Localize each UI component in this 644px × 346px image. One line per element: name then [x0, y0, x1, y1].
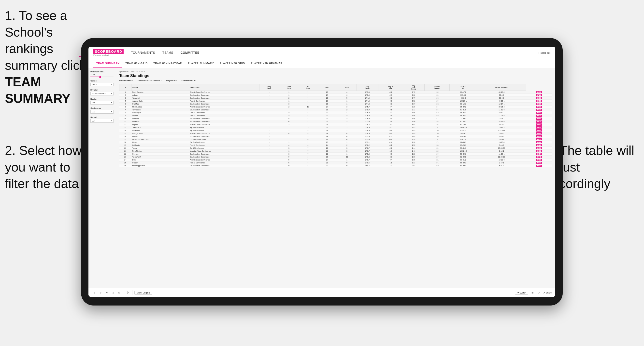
logo-scoreboard: SCOREBOARD: [93, 49, 124, 54]
cell-avg-par: 1.21: [403, 162, 424, 165]
cell-conference: Southeastern Conference: [189, 135, 259, 138]
cell-rank: 5: [120, 103, 132, 106]
cell-reg-rank: -: [259, 132, 279, 135]
toolbar-share-2[interactable]: ⎘: [117, 291, 121, 295]
tab-team-h2h-grid[interactable]: TEAM H2H GRID: [122, 59, 150, 68]
conference-select[interactable]: (All) ▾: [90, 110, 114, 114]
toolbar-home[interactable]: ⌂: [111, 291, 115, 295]
toolbar-refresh[interactable]: ↺: [105, 291, 109, 295]
cell-vs25: 11-19-0: [477, 108, 526, 111]
cell-conference: Southeastern Conference: [189, 108, 259, 111]
cell-rnds: 27: [317, 126, 337, 129]
cell-school: Vanderbilt: [131, 97, 189, 100]
cell-vs25: 33-25-2: [477, 106, 526, 108]
toolbar-view-original[interactable]: View: Original: [134, 291, 152, 295]
cell-wins: 3: [337, 120, 356, 123]
cell-rank: 12: [120, 123, 132, 126]
cell-rnds: 22: [317, 138, 337, 141]
table-row: 9 Arizona Pac-12 Conference - 3 8 23 2 2…: [120, 114, 552, 117]
cell-conference: Atlantic Coast Conference: [189, 123, 259, 126]
cell-school: Tennessee: [131, 108, 189, 111]
cell-conference: Southern Conference: [189, 138, 259, 141]
school-select[interactable]: (All) ▾: [90, 119, 114, 123]
cell-rnds: 24: [317, 135, 337, 138]
nav-tournaments[interactable]: TOURNAMENTS: [131, 50, 155, 56]
tab-team-h2h-heatmap[interactable]: TEAM H2H HEATMAP: [150, 59, 185, 68]
sign-out-link[interactable]: Sign out: [540, 51, 550, 54]
cell-no-tour: 9: [299, 159, 317, 162]
col-overall: OverallRecord: [424, 84, 450, 91]
cell-school: Virginia: [131, 123, 189, 126]
toolbar-back[interactable]: ◁: [92, 291, 96, 295]
cell-conf-rank: 7: [279, 135, 299, 138]
cell-avg-low: 262: [424, 111, 450, 114]
cell-avg-low: 266: [424, 153, 450, 156]
tab-team-summary[interactable]: TEAM SUMMARY: [93, 59, 122, 68]
tab-player-h2h-heatmap[interactable]: PLAYER H2H HEATMAP: [248, 59, 285, 68]
cell-avg-par: 1.63: [403, 135, 424, 138]
cell-wins: 6: [337, 94, 356, 97]
cell-pts: 80.47: [526, 129, 552, 132]
cell-rnds: 23: [317, 97, 337, 100]
cell-conf-rank: 4: [279, 144, 299, 147]
cell-conf-rank: 5: [279, 159, 299, 162]
cell-avg-low: 260: [424, 94, 450, 97]
rank-slider[interactable]: [90, 77, 114, 77]
tab-player-h2h-grid[interactable]: PLAYER H2H GRID: [217, 59, 248, 68]
table-row: 12 Virginia Atlantic Coast Conference - …: [120, 123, 552, 126]
cell-adj-score: 274.2: [357, 97, 378, 100]
cell-score: -2.0: [378, 156, 403, 159]
toolbar-grid[interactable]: ⊞: [530, 291, 535, 295]
toolbar-expand[interactable]: ⤢: [537, 291, 541, 295]
cell-avg-low: 221: [424, 159, 450, 162]
cell-score: -4.6: [378, 114, 403, 117]
division-select[interactable]: NCAA Division I ▾: [90, 92, 114, 95]
table-title: Team Standings: [119, 74, 552, 78]
toolbar-share-label[interactable]: ↗ Share: [543, 292, 552, 294]
cell-vs25: 9-12-1: [477, 150, 526, 153]
cell-pts: 80.56: [526, 138, 552, 141]
filter-division: Division NCAA Division I ▾: [90, 89, 114, 95]
cell-avg-par: 1.98: [403, 111, 424, 114]
cell-avg-par: 2.52: [403, 100, 424, 103]
cell-rank: 14: [120, 129, 132, 132]
logo-powered: Powered by clippi: [93, 54, 124, 56]
cell-rnds: 21: [317, 153, 337, 156]
gender-select[interactable]: Men's ▾: [90, 83, 114, 86]
cell-wins: 1: [337, 141, 356, 144]
cell-avg-low: 268: [424, 123, 450, 126]
separator-line: |: [538, 51, 539, 54]
nav-teams[interactable]: TEAMS: [162, 50, 173, 56]
cell-overall: 72-30-1: [450, 117, 477, 120]
cell-avg-low: 267: [424, 126, 450, 129]
cell-overall: 76-26-1: [450, 132, 477, 135]
cell-reg-rank: -: [259, 123, 279, 126]
cell-rnds: 20: [317, 147, 337, 150]
cell-reg-rank: -: [259, 144, 279, 147]
toolbar-clock[interactable]: ⏱: [125, 291, 130, 295]
col-conf-rank: ConfRank: [279, 84, 299, 91]
table-row: 5 Ole Miss Southeastern Conference - 3 6…: [120, 103, 552, 106]
nav-committee[interactable]: COMMITTEE: [180, 50, 200, 56]
toolbar-forward[interactable]: ▷: [98, 291, 103, 295]
cell-pts: 86.58: [526, 97, 552, 100]
tab-player-summary[interactable]: PLAYER SUMMARY: [185, 59, 217, 68]
cell-overall: 88-17-0: [450, 91, 477, 94]
slider-thumb[interactable]: [99, 76, 101, 78]
cell-score: -4.4: [378, 106, 403, 108]
cell-reg-rank: -: [259, 100, 279, 103]
toolbar-watch[interactable]: 👁 Watch: [515, 291, 528, 295]
cell-overall: 90-51-2: [450, 159, 477, 162]
cell-conf-rank: 10: [279, 165, 299, 167]
table-row: 24 Duke Atlantic Coast Conference - 5 9 …: [120, 159, 552, 162]
cell-rnds: 24: [317, 144, 337, 147]
cell-overall: 100-27-1: [450, 100, 477, 103]
cell-rank: 17: [120, 138, 132, 141]
cell-avg-par: 2.88: [403, 94, 424, 97]
cell-vs25: 23-13-0: [477, 120, 526, 123]
region-select[interactable]: N/A ▾: [90, 101, 114, 105]
cell-avg-low: 265: [424, 108, 450, 111]
cell-school: Duke: [131, 159, 189, 162]
cell-conf-rank: 5: [279, 117, 299, 120]
cell-adj-score: 278.7: [357, 147, 378, 150]
